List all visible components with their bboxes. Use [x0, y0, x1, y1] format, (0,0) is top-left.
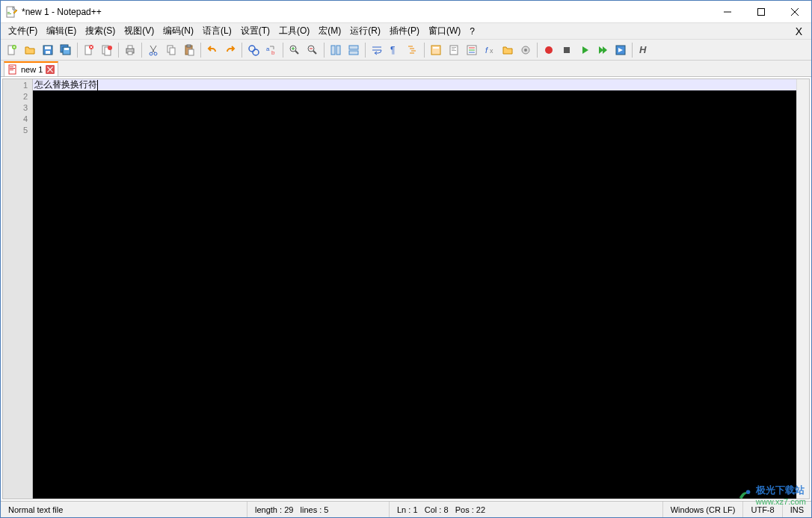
menu-plugins[interactable]: 插件(P): [385, 23, 424, 39]
menu-view[interactable]: 视图(V): [120, 23, 159, 39]
svg-point-36: [249, 46, 255, 52]
tab-close-icon[interactable]: [46, 65, 55, 74]
svg-rect-12: [45, 46, 51, 49]
titlebar: *new 1 - Notepad++: [1, 1, 811, 23]
svg-point-23: [108, 46, 112, 50]
svg-point-72: [545, 46, 553, 54]
svg-rect-13: [46, 51, 50, 54]
doc-list-button[interactable]: [464, 42, 480, 58]
status-ins[interactable]: INS: [783, 502, 811, 517]
save-button[interactable]: [40, 42, 56, 58]
svg-rect-16: [64, 48, 69, 50]
svg-point-30: [154, 52, 157, 55]
spell-check-button[interactable]: H: [636, 42, 652, 58]
line-number: 3: [3, 102, 28, 114]
code-line: [33, 90, 796, 102]
svg-text:b: b: [271, 49, 275, 56]
statusbar: Normal text file length : 29 lines : 5 L…: [1, 501, 811, 517]
close-all-button[interactable]: [99, 42, 115, 58]
sync-vscroll-button[interactable]: [327, 42, 344, 58]
text-caret: [97, 80, 98, 90]
print-button[interactable]: [122, 42, 138, 58]
menu-search[interactable]: 搜索(S): [81, 23, 120, 39]
show-all-chars-button[interactable]: ¶: [387, 42, 403, 58]
udl-dialog-button[interactable]: [428, 42, 444, 58]
svg-rect-49: [349, 46, 358, 49]
menu-encoding[interactable]: 编码(N): [159, 23, 198, 39]
new-file-button[interactable]: [4, 42, 20, 58]
redo-button[interactable]: [222, 42, 239, 58]
svg-point-71: [524, 49, 527, 52]
cut-button[interactable]: [145, 42, 162, 58]
svg-rect-32: [170, 48, 175, 55]
menubar-close-button[interactable]: X: [790, 25, 808, 37]
menu-help[interactable]: ?: [465, 25, 479, 38]
svg-point-37: [253, 49, 259, 55]
svg-point-29: [150, 52, 153, 55]
save-macro-button[interactable]: [612, 42, 629, 58]
stop-macro-button[interactable]: [559, 42, 575, 58]
menu-language[interactable]: 语言(L): [198, 23, 236, 39]
code-line: [33, 102, 796, 113]
code-line: [33, 124, 796, 135]
status-filetype: Normal text file: [1, 502, 247, 517]
maximize-button[interactable]: [744, 1, 778, 22]
tab-new1[interactable]: new 1: [4, 61, 58, 76]
zoom-in-button[interactable]: [286, 42, 303, 58]
save-all-button[interactable]: [58, 42, 74, 58]
code-area[interactable]: 怎么替换换行符: [33, 79, 796, 499]
menu-settings[interactable]: 设置(T): [236, 23, 274, 39]
status-encoding[interactable]: UTF-8: [743, 502, 782, 517]
play-macro-button[interactable]: [576, 42, 593, 58]
menu-file[interactable]: 文件(F): [4, 23, 42, 39]
line-number: 2: [3, 91, 28, 102]
close-file-button[interactable]: [81, 42, 97, 58]
play-multiple-button[interactable]: [594, 42, 611, 58]
svg-line-45: [313, 51, 316, 54]
open-file-button[interactable]: [22, 42, 38, 58]
menu-window[interactable]: 窗口(W): [424, 23, 465, 39]
line-number: 1: [3, 80, 28, 91]
code-line: [33, 113, 796, 124]
menu-run[interactable]: 运行(R): [345, 23, 385, 39]
code-line: 怎么替换换行符: [33, 79, 796, 90]
svg-rect-77: [10, 67, 13, 67]
line-number: 4: [3, 114, 28, 125]
line-number-gutter: 1 2 3 4 5: [3, 79, 33, 499]
menu-edit[interactable]: 编辑(E): [42, 23, 81, 39]
line-number: 5: [3, 125, 28, 136]
replace-button[interactable]: ab: [263, 42, 280, 58]
find-button[interactable]: [245, 42, 262, 58]
menu-macro[interactable]: 宏(M): [314, 23, 345, 39]
zoom-out-button[interactable]: [304, 42, 321, 58]
status-eol[interactable]: Windows (CR LF): [663, 502, 744, 517]
minimize-button[interactable]: [710, 1, 744, 22]
wordwrap-button[interactable]: [369, 42, 385, 58]
record-macro-button[interactable]: [541, 42, 557, 58]
copy-button[interactable]: [163, 42, 179, 58]
tab-bar: new 1: [1, 61, 811, 77]
svg-rect-35: [188, 49, 194, 55]
sync-hscroll-button[interactable]: [345, 42, 362, 58]
paste-button[interactable]: [181, 42, 197, 58]
vertical-scrollbar[interactable]: [796, 79, 809, 499]
folder-workspace-button[interactable]: [499, 42, 516, 58]
svg-rect-2: [7, 13, 11, 14]
close-button[interactable]: [778, 1, 811, 22]
menu-tools[interactable]: 工具(O): [274, 23, 314, 39]
svg-rect-73: [564, 47, 570, 53]
app-window: *new 1 - Notepad++ 文件(F) 编辑(E) 搜索(S) 视图(…: [0, 0, 812, 518]
undo-button[interactable]: [204, 42, 221, 58]
file-modified-icon: [7, 64, 18, 75]
svg-rect-59: [433, 47, 439, 49]
svg-line-41: [295, 51, 298, 54]
monitoring-button[interactable]: [517, 42, 534, 58]
svg-text:x: x: [490, 47, 493, 55]
svg-rect-63: [452, 50, 456, 51]
func-list-button[interactable]: fx: [482, 42, 498, 58]
status-cursor-pos: Ln : 1 Col : 8 Pos : 22: [390, 502, 663, 517]
doc-map-button[interactable]: [446, 42, 462, 58]
svg-rect-4: [757, 8, 764, 15]
indent-guide-button[interactable]: [405, 42, 421, 58]
app-icon: [5, 6, 17, 18]
